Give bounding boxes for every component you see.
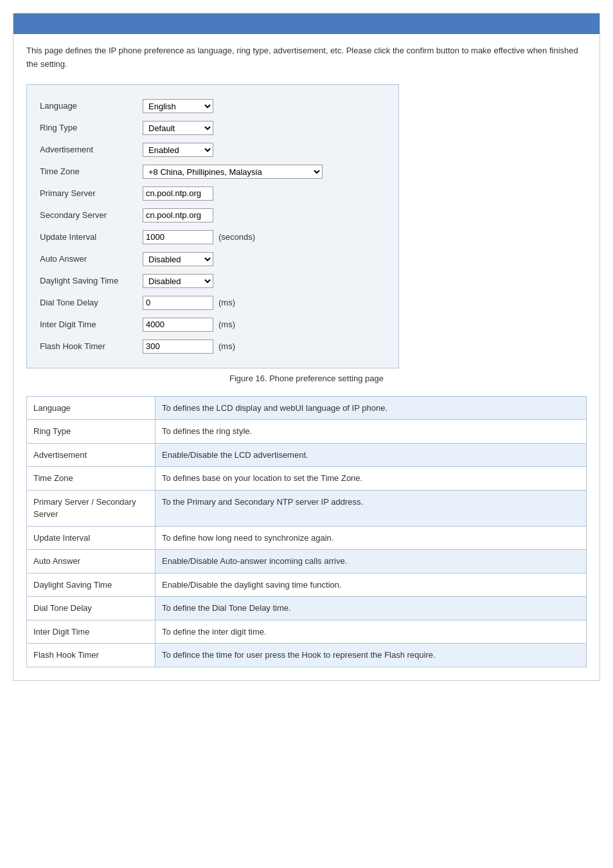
table-label-cell: Auto Answer bbox=[27, 550, 155, 574]
settings-label: Daylight Saving Time bbox=[40, 276, 143, 285]
unit-label: (ms) bbox=[218, 298, 235, 307]
settings-row: Flash Hook Timer(ms) bbox=[40, 336, 386, 357]
table-desc-cell: To define the Dial Tone Delay time. bbox=[155, 597, 587, 620]
input-flash-hook-timer[interactable] bbox=[143, 339, 213, 354]
table-label-cell: Inter Digit Time bbox=[27, 620, 155, 644]
table-desc-cell: To defines base on your location to set … bbox=[155, 467, 587, 491]
table-label-cell: Time Zone bbox=[27, 467, 155, 491]
table-label-cell: Update Interval bbox=[27, 526, 155, 550]
table-row: Primary Server / Secondary ServerTo the … bbox=[27, 490, 587, 526]
table-row: Time ZoneTo defines base on your locatio… bbox=[27, 467, 587, 491]
table-row: Update IntervalTo define how long need t… bbox=[27, 526, 587, 550]
table-desc-cell: To define how long need to synchronize a… bbox=[155, 526, 587, 550]
settings-label: Update Interval bbox=[40, 232, 143, 242]
settings-control: (seconds) bbox=[143, 230, 255, 244]
settings-row: Time Zone+8 China, Phillipines, Malaysia… bbox=[40, 161, 386, 183]
settings-row: Primary Server bbox=[40, 183, 386, 204]
table-label-cell: Flash Hook Timer bbox=[27, 644, 155, 667]
unit-label: (ms) bbox=[218, 341, 235, 351]
table-label-cell: Dial Tone Delay bbox=[27, 597, 155, 620]
select-ring-type[interactable]: DefaultRing 1Ring 2 bbox=[143, 121, 213, 135]
select-daylight-saving-time[interactable]: DisabledEnabled bbox=[143, 274, 213, 288]
settings-row: Inter Digit Time(ms) bbox=[40, 314, 386, 336]
table-label-cell: Advertisement bbox=[27, 443, 155, 467]
settings-control bbox=[143, 186, 213, 201]
settings-control: EnabledDisabled bbox=[143, 143, 213, 157]
settings-control: DisabledEnabled bbox=[143, 252, 213, 266]
table-row: Inter Digit TimeTo define the inter digi… bbox=[27, 620, 587, 644]
settings-control: DefaultRing 1Ring 2 bbox=[143, 121, 213, 135]
table-label-cell: Language bbox=[27, 396, 155, 420]
settings-row: Dial Tone Delay(ms) bbox=[40, 292, 386, 314]
table-desc-cell: Enable/Disable Auto-answer incoming call… bbox=[155, 550, 587, 574]
table-row: Daylight Saving TimeEnable/Disable the d… bbox=[27, 573, 587, 597]
table-desc-cell: Enable/Disable the LCD advertisement. bbox=[155, 443, 587, 467]
figure-caption: Figure 16. Phone preference setting page bbox=[26, 374, 587, 383]
settings-control: DisabledEnabled bbox=[143, 274, 213, 288]
select-auto-answer[interactable]: DisabledEnabled bbox=[143, 252, 213, 266]
description-table: LanguageTo defines the LCD display and w… bbox=[26, 396, 587, 667]
header-bar bbox=[13, 14, 600, 34]
settings-label: Time Zone bbox=[40, 167, 143, 176]
table-row: Auto AnswerEnable/Disable Auto-answer in… bbox=[27, 550, 587, 574]
settings-label: Secondary Server bbox=[40, 210, 143, 220]
table-desc-cell: To defince the time for user press the H… bbox=[155, 644, 587, 667]
input-update-interval[interactable] bbox=[143, 230, 213, 244]
settings-row: Secondary Server bbox=[40, 204, 386, 226]
table-desc-cell: To define the inter digit time. bbox=[155, 620, 587, 644]
input-primary-server[interactable] bbox=[143, 186, 213, 201]
settings-label: Flash Hook Timer bbox=[40, 341, 143, 351]
input-dial-tone-delay[interactable] bbox=[143, 296, 213, 310]
settings-panel: LanguageEnglishChineseFrenchRing TypeDef… bbox=[26, 84, 399, 368]
settings-label: Dial Tone Delay bbox=[40, 298, 143, 307]
settings-row: Daylight Saving TimeDisabledEnabled bbox=[40, 270, 386, 292]
settings-row: LanguageEnglishChineseFrench bbox=[40, 95, 386, 117]
settings-row: AdvertisementEnabledDisabled bbox=[40, 139, 386, 161]
table-row: Ring TypeTo defines the ring style. bbox=[27, 420, 587, 444]
table-desc-cell: To defines the ring style. bbox=[155, 420, 587, 444]
table-row: LanguageTo defines the LCD display and w… bbox=[27, 396, 587, 420]
settings-row: Auto AnswerDisabledEnabled bbox=[40, 248, 386, 270]
settings-control: (ms) bbox=[143, 318, 235, 332]
settings-label: Advertisement bbox=[40, 145, 143, 154]
table-row: Flash Hook TimerTo defince the time for … bbox=[27, 644, 587, 667]
table-label-cell: Ring Type bbox=[27, 420, 155, 444]
settings-control: (ms) bbox=[143, 339, 235, 354]
settings-row: Update Interval(seconds) bbox=[40, 226, 386, 248]
settings-label: Language bbox=[40, 101, 143, 111]
settings-control: (ms) bbox=[143, 296, 235, 310]
settings-label: Ring Type bbox=[40, 123, 143, 132]
unit-label: (seconds) bbox=[218, 232, 255, 242]
table-desc-cell: To defines the LCD display and webUI lan… bbox=[155, 396, 587, 420]
settings-label: Inter Digit Time bbox=[40, 320, 143, 329]
select-language[interactable]: EnglishChineseFrench bbox=[143, 99, 213, 113]
table-desc-cell: To the Primary and Secondary NTP server … bbox=[155, 490, 587, 526]
table-row: Dial Tone DelayTo define the Dial Tone D… bbox=[27, 597, 587, 620]
settings-label: Auto Answer bbox=[40, 254, 143, 264]
unit-label: (ms) bbox=[218, 320, 235, 329]
table-label-cell: Daylight Saving Time bbox=[27, 573, 155, 597]
page-description: This page defines the IP phone preferenc… bbox=[26, 44, 587, 71]
settings-control: EnglishChineseFrench bbox=[143, 99, 213, 113]
content-area: This page defines the IP phone preferenc… bbox=[13, 34, 600, 680]
input-inter-digit-time[interactable] bbox=[143, 318, 213, 332]
select-advertisement[interactable]: EnabledDisabled bbox=[143, 143, 213, 157]
settings-control: +8 China, Phillipines, Malaysia+0 UTC+5:… bbox=[143, 165, 323, 179]
settings-row: Ring TypeDefaultRing 1Ring 2 bbox=[40, 117, 386, 139]
table-desc-cell: Enable/Disable the daylight saving time … bbox=[155, 573, 587, 597]
select-time-zone[interactable]: +8 China, Phillipines, Malaysia+0 UTC+5:… bbox=[143, 165, 323, 179]
page-container: This page defines the IP phone preferenc… bbox=[13, 13, 600, 681]
settings-label: Primary Server bbox=[40, 188, 143, 198]
table-label-cell: Primary Server / Secondary Server bbox=[27, 490, 155, 526]
settings-control bbox=[143, 208, 213, 222]
input-secondary-server[interactable] bbox=[143, 208, 213, 222]
table-row: AdvertisementEnable/Disable the LCD adve… bbox=[27, 443, 587, 467]
